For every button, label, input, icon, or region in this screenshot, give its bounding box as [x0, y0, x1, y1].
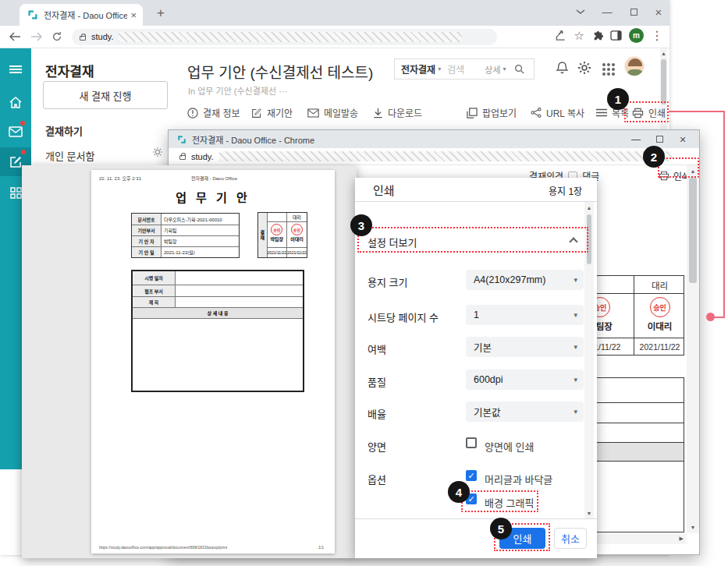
home-icon[interactable] [0, 89, 31, 115]
window-minimize-button[interactable]: — [595, 2, 619, 22]
toolbar-redraft[interactable]: 재기안 [251, 106, 293, 119]
user-avatar[interactable] [624, 56, 645, 76]
window-maximize-button[interactable] [622, 2, 645, 22]
browser-tab[interactable]: 전자결재 - Daou Office × [20, 4, 143, 26]
edit-icon [251, 108, 262, 119]
url-redacted-hatch [119, 32, 462, 42]
new-tab-button[interactable]: + [151, 5, 170, 22]
headers-footers-label: 머리글과 바닥글 [485, 472, 552, 486]
popup-vertical-scrollbar[interactable]: ▲ ▼ [687, 165, 699, 533]
toolbar-send-mail[interactable]: 메일발송 [307, 106, 358, 119]
back-icon[interactable] [9, 32, 21, 41]
popup-title: 전자결재 - Daou Office - Chrome [192, 133, 624, 146]
paper-size-select[interactable]: A4(210x297mm)▾ [466, 270, 584, 290]
annotation-connector-v [723, 111, 725, 318]
margins-label: 여백 [368, 341, 386, 356]
toolbar-download[interactable]: 다운로드 [373, 106, 422, 119]
tab-close-icon[interactable]: × [130, 9, 137, 21]
quality-label: 품질 [368, 374, 386, 389]
margins-select[interactable]: 기본▾ [466, 337, 584, 357]
mail-icon [307, 108, 319, 118]
info-icon [187, 108, 198, 119]
list-icon [596, 108, 607, 117]
new-approval-button[interactable]: 새 결재 진행 [43, 81, 168, 109]
bookmark-star-icon[interactable]: ☆ [574, 29, 584, 43]
annotation-endpoint-dot [706, 313, 715, 321]
annotation-connector-h1 [669, 111, 725, 112]
notification-bell-icon[interactable] [556, 61, 569, 75]
approval-rank-header: 대리 [634, 276, 685, 294]
sheet-count: 용지 1장 [549, 184, 582, 197]
approver-name: 이대리 [634, 320, 685, 332]
pages-per-sheet-select[interactable]: 1▾ [466, 305, 584, 325]
forward-icon[interactable] [30, 32, 42, 41]
search-input[interactable]: 검색 [447, 62, 464, 76]
hamburger-menu-icon[interactable] [0, 56, 31, 83]
sidebar-title: 전자결재 [45, 61, 94, 80]
step-badge-4: 4 [448, 481, 470, 503]
print-dialog-title: 인쇄 [373, 182, 395, 198]
lock-icon [80, 36, 86, 41]
download-icon [373, 108, 383, 119]
app-launcher-icon[interactable] [602, 63, 615, 76]
app-sidebar: 전자결재 새 결재 진행 결재하기 개인 문서함 [31, 48, 178, 165]
search-bar: 전자결재 ▾ 검색 상세 ▾ [394, 58, 534, 80]
window-close-button[interactable]: × [647, 2, 670, 22]
sidebar-item-approve[interactable]: 결재하기 [45, 123, 83, 138]
step-badge-1: 1 [607, 88, 629, 110]
print-meta-datetime: 22. 11. 23. 오후 2:31 [99, 175, 141, 182]
step-badge-2: 2 [643, 146, 665, 168]
preview-page: 22. 11. 23. 오후 2:31 전자결재 - Daou Office 업… [91, 170, 335, 554]
daou-favicon-icon [177, 135, 186, 144]
browser-menu-icon[interactable]: ⋮ [651, 28, 663, 43]
settings-gear-icon[interactable] [577, 61, 591, 75]
tab-title: 전자결재 - Daou Office [44, 9, 127, 21]
side-panel-icon[interactable] [610, 30, 622, 41]
duplex-checkbox[interactable] [466, 437, 477, 448]
scale-select[interactable]: 기본값▾ [466, 402, 584, 422]
headers-footers-checkbox[interactable]: ✓ [466, 470, 477, 481]
approval-stamp: 승인 [650, 297, 670, 317]
popup-minimize-button[interactable]: — [624, 131, 648, 147]
url-field[interactable]: study. [72, 29, 497, 45]
toolbar-copy-url[interactable]: URL 복사 [531, 106, 584, 119]
popup-url-redacted-hatch [219, 151, 672, 161]
duplex-option-label: 양면에 인쇄 [485, 439, 534, 454]
pages-per-sheet-label: 시트당 페이지 수 [368, 310, 439, 324]
scale-label: 배율 [368, 406, 386, 421]
print-preview-pane: 22. 11. 23. 오후 2:31 전자결재 - Daou Office 업… [22, 165, 357, 558]
profile-avatar[interactable]: m [629, 28, 644, 43]
step-badge-3: 3 [350, 214, 372, 236]
stamp-side-label: 결재 [259, 230, 266, 241]
share-icon[interactable] [555, 30, 567, 41]
sidebar-item-personal-docs[interactable]: 개인 문서함 [45, 148, 94, 163]
quality-select[interactable]: 600dpi▾ [466, 370, 584, 390]
window-chevron-icon[interactable] [569, 2, 592, 22]
rail-bottom-bubble-icon[interactable] [0, 491, 15, 510]
url-text: study. [91, 32, 114, 41]
popup-close-button[interactable]: × [671, 131, 694, 147]
annotation-box-more-settings [357, 227, 588, 253]
daou-favicon-icon [27, 9, 38, 20]
popup-maximize-button[interactable] [648, 131, 671, 147]
browser-actions: ☆ m ⋮ [555, 28, 663, 43]
search-icon[interactable] [514, 64, 524, 74]
doc-stamp-table: 결재 대리 승인 박팀장 승인 이대리 [257, 212, 307, 258]
share-nodes-icon [531, 108, 542, 118]
tab-strip: 전자결재 - Daou Office × + — × [0, 0, 669, 26]
annotation-box-print-toolbar [624, 101, 669, 122]
popup-windows-icon [467, 108, 478, 119]
extensions-puzzle-icon[interactable] [591, 30, 603, 41]
toolbar-doc-info[interactable]: 결재 정보 [187, 106, 240, 119]
search-detail-toggle[interactable]: 상세 [485, 63, 500, 76]
cancel-button[interactable]: 취소 [554, 528, 587, 549]
toolbar-popup-view[interactable]: 팝업보기 [467, 106, 517, 119]
annotation-box-background-graphics [461, 490, 538, 512]
search-scope-select[interactable]: 전자결재 [401, 62, 435, 76]
doc-info-table: 문서번호다우오피스-기획-2021-00010 기안부서기획팀 기 안 자박팀장… [131, 213, 240, 258]
mail-icon[interactable] [0, 119, 31, 145]
print-page-indicator: 1/1 [318, 545, 324, 550]
options-label: 옵션 [368, 472, 386, 486]
gear-icon[interactable] [152, 147, 163, 157]
reload-icon[interactable] [51, 31, 62, 42]
